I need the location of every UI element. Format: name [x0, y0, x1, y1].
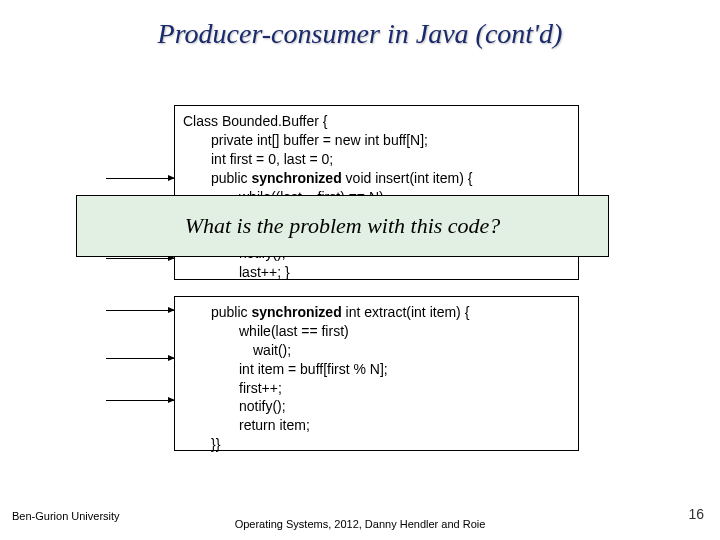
callout-overlay: What is the problem with this code? — [76, 195, 609, 257]
code-line: int item = buff[first % N]; — [183, 360, 570, 379]
code-line: private int[] buffer = new int buff[N]; — [183, 131, 570, 150]
code-line: Class Bounded.Buffer { — [183, 113, 328, 129]
code-line: int first = 0, last = 0; — [183, 150, 570, 169]
code-line: while(last == first) — [183, 322, 570, 341]
code-text: void insert(int item) { — [342, 170, 473, 186]
code-text: public — [211, 304, 251, 320]
code-line: public synchronized void insert(int item… — [183, 169, 570, 188]
slide-title: Producer-consumer in Java (cont'd) — [0, 0, 720, 50]
code-line: first++; — [183, 379, 570, 398]
footer-center: Operating Systems, 2012, Danny Hendler a… — [0, 518, 720, 530]
code-box-extract: public synchronized int extract(int item… — [174, 296, 579, 451]
code-text: public — [211, 170, 251, 186]
arrow-icon — [106, 258, 174, 259]
code-line: notify(); — [183, 397, 570, 416]
code-line: return item; — [183, 416, 570, 435]
arrow-icon — [106, 310, 174, 311]
slide-number: 16 — [688, 506, 704, 522]
code-keyword: synchronized — [251, 304, 341, 320]
arrow-icon — [106, 400, 174, 401]
arrow-icon — [106, 178, 174, 179]
code-line: public synchronized int extract(int item… — [183, 303, 570, 322]
code-text: int extract(int item) { — [342, 304, 470, 320]
code-keyword: synchronized — [251, 170, 341, 186]
code-line: }} — [183, 435, 570, 454]
arrow-icon — [106, 358, 174, 359]
code-line: last++; } — [183, 263, 570, 282]
code-line: wait(); — [183, 341, 570, 360]
